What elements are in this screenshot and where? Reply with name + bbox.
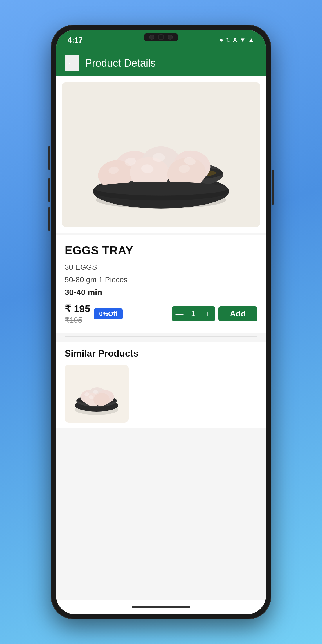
cart-controls: — 1 + Add	[172, 306, 257, 321]
circle-icon: ●	[220, 36, 223, 44]
product-weight: 50-80 gm 1 Pieces	[65, 275, 257, 284]
svg-point-31	[93, 390, 98, 394]
product-image-section	[56, 76, 266, 233]
signal-icon: ▲	[248, 36, 254, 44]
camera-notch	[144, 33, 178, 41]
decrease-quantity-button[interactable]: —	[172, 306, 187, 321]
status-icons: ● ⇅ A ▼ ▲	[220, 36, 254, 44]
add-to-cart-button[interactable]: Add	[218, 306, 257, 321]
wifi-icon: ▼	[239, 36, 246, 44]
content-area: EGGS TRAY 30 EGGS 50-80 gm 1 Pieces 30-4…	[56, 76, 266, 600]
camera-lens	[158, 34, 164, 40]
increase-quantity-button[interactable]: +	[200, 306, 215, 321]
price-current: ₹ 195	[65, 303, 90, 314]
status-time: 4:17	[68, 36, 83, 45]
product-delivery-time: 30-40 min	[65, 288, 257, 297]
product-illustration	[62, 82, 260, 227]
price-row: ₹ 195 ₹195 0%Off — 1 + Add	[65, 303, 257, 325]
price-badge-group: ₹ 195 ₹195 0%Off	[65, 303, 123, 325]
svg-point-19	[94, 182, 227, 196]
product-info-section: EGGS TRAY 30 EGGS 50-80 gm 1 Pieces 30-4…	[56, 235, 266, 333]
discount-badge: 0%Off	[94, 308, 123, 319]
svg-point-13	[153, 153, 165, 162]
section-divider	[65, 336, 257, 337]
a-icon: A	[233, 37, 237, 44]
app-header: ← Product Details	[56, 50, 266, 76]
price-section: ₹ 195 ₹195	[65, 303, 90, 325]
product-name: EGGS TRAY	[65, 244, 257, 257]
similar-products-section: Similar Products	[56, 342, 266, 428]
quantity-control: — 1 +	[172, 306, 215, 321]
phone-screen: 4:17 ● ⇅ A ▼ ▲ ← Product Details	[56, 30, 266, 614]
similar-product-1[interactable]	[65, 365, 129, 423]
home-bar	[132, 606, 190, 608]
camera-sensor	[149, 35, 154, 40]
similar-product-1-image	[68, 368, 126, 420]
similar-products-scroll[interactable]	[65, 365, 257, 423]
phone-frame: 4:17 ● ⇅ A ▼ ▲ ← Product Details	[51, 25, 271, 619]
quantity-value: 1	[187, 309, 200, 318]
home-indicator	[56, 600, 266, 614]
back-button[interactable]: ←	[65, 55, 79, 71]
page-title: Product Details	[85, 57, 156, 69]
similar-products-title: Similar Products	[65, 348, 257, 359]
product-image	[62, 82, 260, 227]
camera-dot2	[168, 35, 173, 40]
data-icon: ⇅	[226, 37, 231, 44]
price-original: ₹195	[65, 316, 90, 325]
product-quantity: 30 EGGS	[65, 263, 257, 272]
